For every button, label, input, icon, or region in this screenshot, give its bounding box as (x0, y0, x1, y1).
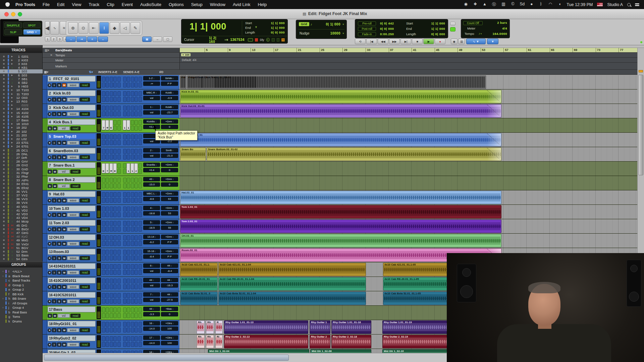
sidebar-group-item[interactable]: ○hBB Snare (0, 296, 43, 301)
zoom-window-button[interactable] (18, 12, 22, 16)
insert-slot[interactable] (113, 106, 117, 111)
rewind-button[interactable]: ◀◀ (378, 39, 388, 44)
tempo-label[interactable]: Tempo (465, 32, 474, 36)
insert-slot[interactable] (117, 111, 121, 116)
insert-slot[interactable] (102, 106, 105, 111)
battery-icon[interactable]: ▥ (501, 2, 506, 7)
insert-slot[interactable] (117, 82, 121, 87)
insert-slot[interactable] (106, 313, 109, 318)
sidebar-track-item[interactable]: ↓27DrR (0, 156, 43, 160)
insert-slot[interactable] (110, 106, 113, 111)
insert-slot[interactable] (117, 155, 121, 160)
send-slot[interactable] (131, 322, 134, 327)
send-slot[interactable] (127, 91, 130, 96)
sidebar-track-item[interactable]: ►5S03 (0, 69, 43, 73)
insert-slot[interactable] (113, 322, 117, 327)
send-slot[interactable] (139, 322, 142, 327)
mute-button[interactable]: M (62, 256, 66, 260)
mute-button[interactable]: M (62, 83, 66, 87)
group-active-icon[interactable]: ○ (1, 306, 5, 309)
insert-slot[interactable] (110, 293, 113, 298)
send-slot[interactable] (127, 299, 130, 304)
send-slot[interactable] (131, 221, 134, 226)
menu-item-track[interactable]: Track (85, 0, 103, 9)
record-enable-button[interactable] (48, 156, 51, 159)
track-row-5[interactable]: 5Snare Top.03ISMwavereadvol-2.2Snare Top… (43, 133, 644, 147)
send-slot[interactable] (135, 299, 138, 304)
audio-input-selector[interactable]: KickBs (143, 119, 160, 124)
send-slot[interactable] (139, 235, 142, 240)
send-slot[interactable] (131, 241, 134, 246)
sidebar-track-item[interactable]: ↓39VV4 (0, 201, 43, 205)
sidebar-track-item[interactable]: ↓7SB1 (0, 77, 43, 81)
send-slot[interactable] (131, 106, 134, 111)
track-view-selector[interactable]: wave (67, 285, 79, 289)
grid-value[interactable]: 0| 1| 000 (326, 22, 340, 26)
send-slot[interactable] (139, 342, 142, 347)
volume-display[interactable]: vol (143, 283, 160, 288)
send-slot[interactable] (139, 140, 142, 145)
meter-label[interactable]: Meter (467, 26, 475, 30)
sidebar-track-item[interactable]: ⋈50VxGr (0, 242, 43, 246)
send-slot[interactable] (123, 77, 126, 82)
audio-clip[interactable]: 4x10 Cab RE-20.01_01.1-05 (383, 277, 448, 291)
insert-slot[interactable] (102, 77, 105, 82)
sel-start-value[interactable]: 1| 1| 000 (431, 21, 445, 25)
solo-button[interactable]: S (57, 328, 61, 332)
insert-slot[interactable] (102, 307, 105, 312)
insert-slot[interactable] (113, 206, 117, 212)
record-enable-button[interactable] (48, 199, 51, 202)
send-slot[interactable] (139, 212, 142, 217)
audio-clip[interactable]: Snare Bo (180, 147, 206, 161)
track-name-button[interactable]: 7Snare Bus.1 (48, 162, 96, 168)
send-slot[interactable] (123, 250, 126, 255)
record-enable-button[interactable] (48, 300, 51, 303)
send-slot[interactable] (123, 284, 126, 289)
insert-slot[interactable] (117, 327, 121, 333)
send-slot[interactable] (127, 82, 130, 87)
sidebar-track-item[interactable]: ↓42VD3 (0, 212, 43, 216)
insert-slot[interactable] (110, 270, 113, 275)
tempo-marker[interactable]: ▼ 164 (181, 53, 191, 56)
insert-slot[interactable] (102, 241, 105, 246)
sidebar-group-item[interactable]: kDrums (0, 319, 43, 323)
audio-input-selector[interactable]: 5 (143, 220, 160, 225)
send-slot[interactable] (123, 212, 126, 217)
audio-output-selector[interactable]: +Gtrs (161, 336, 178, 340)
track-name-button[interactable]: 19RhyGutr2_02 (48, 335, 96, 341)
insert-slot[interactable] (102, 342, 105, 347)
send-slot[interactable] (135, 250, 138, 255)
audio-output-selector[interactable]: StrMn (161, 76, 178, 80)
menu-item-clip[interactable]: Clip (103, 0, 118, 9)
sends-column-header[interactable]: SENDS A-E (123, 70, 140, 74)
solo-button[interactable]: S (57, 285, 61, 289)
send-slot[interactable] (127, 111, 130, 116)
send-slot[interactable] (139, 299, 142, 304)
sidebar-track-item[interactable]: ↓43VD4 (0, 216, 43, 220)
insert-slot[interactable] (106, 192, 109, 197)
insert-slot[interactable] (117, 264, 121, 269)
send-slot[interactable] (123, 313, 126, 318)
output-meter-dropdown[interactable]: ∿ ▼ (466, 39, 486, 44)
audio-clip[interactable]: 4x10 Cab Beta 52.01_01.1-05 (383, 292, 448, 305)
audio-clip[interactable]: Rhy Guitar 2 (310, 335, 330, 348)
automation-mode-button[interactable]: read (70, 314, 80, 318)
zoom-preset-1[interactable]: 1 (45, 37, 50, 42)
scrubber-tool[interactable]: ◁ (120, 22, 130, 34)
sidebar-track-item[interactable]: ►3K03 (0, 62, 43, 66)
insert-slot[interactable] (113, 313, 117, 318)
audio-output-selector[interactable]: +Drm (161, 177, 178, 181)
audio-input-selector[interactable]: 15-16 (143, 249, 160, 253)
insert-slot[interactable] (110, 140, 113, 145)
return-to-zero-button[interactable]: |◀ (366, 39, 377, 44)
send-slot[interactable] (139, 149, 142, 154)
send-slot[interactable] (135, 198, 138, 203)
track-lane[interactable]: Snare BoSnare Bottom.03_01-02 (179, 147, 644, 161)
insert-slot[interactable] (110, 284, 113, 289)
insert-slot[interactable] (110, 299, 113, 304)
input-monitor-button[interactable]: I (52, 198, 56, 202)
audio-input-selector[interactable]: 6 (143, 263, 160, 268)
audio-clip[interactable]: Snare Bottom.03_01-02 (207, 147, 501, 161)
audio-clip[interactable]: 4x10 Cab Beta 52.01_01.1-04 (218, 292, 366, 305)
send-slot[interactable] (139, 169, 142, 174)
